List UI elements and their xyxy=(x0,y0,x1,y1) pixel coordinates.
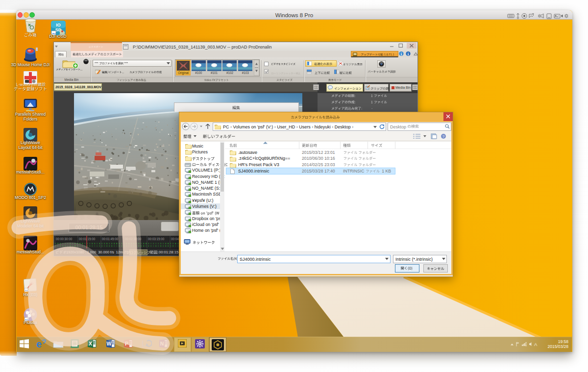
svg-text:W: W xyxy=(107,341,112,347)
svg-text:L: L xyxy=(142,340,147,348)
svg-text:00:02:30:00: 00:02:30:00 xyxy=(125,237,142,241)
svg-text:N: N xyxy=(160,341,164,347)
svg-text:00:01:15:00: 00:01:15:00 xyxy=(79,237,96,241)
svg-text:00:00:30:00: 00:00:30:00 xyxy=(56,237,73,241)
svg-text:00:03:15:00: 00:03:15:00 xyxy=(148,237,165,241)
svg-text:A: A xyxy=(534,342,538,347)
svg-text:00:01:45:00: 00:01:45:00 xyxy=(102,237,119,241)
svg-text:P: P xyxy=(125,341,128,347)
svg-text:e: e xyxy=(36,339,42,349)
svg-text:IO: IO xyxy=(56,23,61,27)
svg-text:X: X xyxy=(89,341,92,347)
svg-text:?: ? xyxy=(442,134,445,139)
